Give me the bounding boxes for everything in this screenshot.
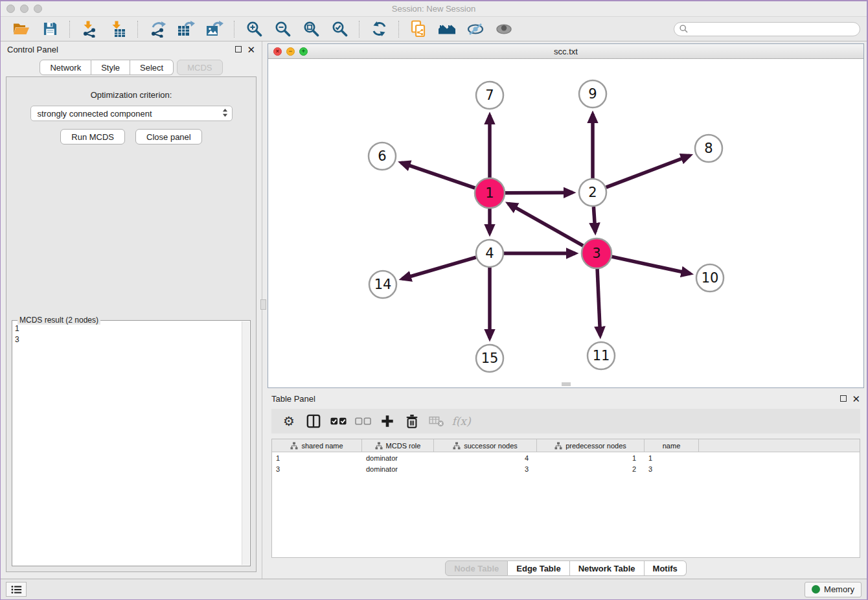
maximize-view-button[interactable]: + — [299, 47, 308, 56]
cell-predecessor-nodes[interactable]: 1 — [537, 454, 645, 462]
attribute-type-icon — [375, 442, 383, 450]
run-mcds-button[interactable]: Run MCDS — [60, 129, 125, 144]
close-view-button[interactable]: × — [273, 47, 282, 56]
result-scrollbar[interactable] — [242, 321, 249, 565]
svg-text:14: 14 — [374, 277, 392, 292]
minimize-view-button[interactable]: − — [286, 47, 295, 56]
select-all-checkboxes-icon[interactable] — [328, 412, 348, 430]
tab-style[interactable]: Style — [91, 60, 130, 75]
add-column-icon[interactable] — [378, 412, 397, 430]
zoom-out-icon[interactable] — [273, 20, 291, 38]
float-panel-icon[interactable] — [235, 46, 242, 52]
dropdown-value: strongly connected component — [38, 109, 152, 119]
network-window-titlebar[interactable]: scc.txt × − + — [268, 44, 863, 59]
home-views-icon[interactable] — [438, 20, 456, 38]
table-tabs: Node Table Edge Table Network Table Moti… — [265, 558, 867, 579]
export-table-icon[interactable] — [177, 20, 195, 38]
svg-text:1: 1 — [485, 185, 494, 201]
save-session-icon[interactable] — [41, 20, 59, 38]
clear-checkboxes-icon[interactable] — [353, 412, 372, 430]
network-canvas[interactable]: 7968124314101511 — [268, 59, 863, 387]
function-builder-icon: f(x) — [451, 412, 471, 430]
float-table-panel-icon[interactable] — [840, 395, 847, 402]
list-icon — [11, 585, 22, 594]
tab-mcds[interactable]: MCDS — [177, 60, 222, 75]
task-history-button[interactable] — [6, 582, 27, 597]
optimization-criterion-dropdown[interactable]: strongly connected component — [30, 106, 233, 121]
tab-edge-table[interactable]: Edge Table — [508, 560, 569, 576]
cell-successor-nodes[interactable]: 3 — [434, 465, 537, 473]
control-panel-title: Control Panel — [7, 45, 58, 54]
app-window: Session: New Session — [0, 0, 868, 600]
svg-text:6: 6 — [378, 148, 386, 164]
cell-successor-nodes[interactable]: 4 — [434, 454, 537, 462]
column-header-successor-nodes[interactable]: successor nodes — [434, 439, 537, 452]
cell-mcds-role[interactable]: dominator — [362, 454, 434, 462]
tab-select[interactable]: Select — [130, 60, 174, 75]
zoom-selected-icon[interactable] — [330, 20, 348, 38]
gear-icon[interactable]: ⚙ — [279, 412, 299, 430]
column-header-predecessor-nodes[interactable]: predecessor nodes — [537, 439, 645, 452]
table-row[interactable]: 3 dominator 3 2 3 — [272, 463, 860, 474]
mcds-panel: Optimization criterion: strongly connect… — [6, 76, 257, 572]
tab-motifs[interactable]: Motifs — [645, 560, 687, 576]
network-view-window: scc.txt × − + 7968124314101511 — [268, 43, 864, 388]
svg-text:4: 4 — [485, 246, 494, 261]
delete-icon[interactable] — [402, 412, 422, 430]
control-panel-tabs: Network Style Select MCDS — [1, 57, 262, 75]
close-table-panel-icon[interactable]: ✕ — [852, 394, 860, 404]
table-toolbar: ⚙ — [271, 409, 860, 433]
column-header-shared-name[interactable]: shared name — [272, 439, 362, 452]
tab-node-table[interactable]: Node Table — [445, 560, 508, 576]
cell-predecessor-nodes[interactable]: 2 — [537, 465, 645, 473]
svg-text:9: 9 — [588, 86, 597, 102]
svg-text:11: 11 — [593, 348, 610, 363]
svg-text:2: 2 — [588, 185, 597, 200]
import-network-icon[interactable] — [80, 20, 98, 38]
toolbar-separator — [398, 21, 399, 38]
mcds-result-list[interactable]: 1 3 — [15, 323, 241, 564]
node-table[interactable]: shared name MCDS role successor nodes — [271, 439, 860, 558]
tab-network[interactable]: Network — [40, 60, 91, 75]
close-panel-button[interactable]: Close panel — [135, 129, 202, 144]
splitter-grip-icon[interactable] — [260, 299, 266, 310]
toolbar-separator — [137, 21, 138, 38]
search-input[interactable] — [691, 25, 854, 34]
tab-network-table[interactable]: Network Table — [570, 560, 645, 576]
open-session-icon[interactable] — [12, 20, 30, 38]
table-header: shared name MCDS role successor nodes — [272, 439, 860, 452]
split-columns-icon[interactable] — [304, 412, 323, 430]
memory-status-icon — [812, 585, 820, 594]
cell-shared-name[interactable]: 1 — [272, 454, 362, 462]
zoom-fit-icon[interactable] — [302, 20, 320, 38]
delete-column-icon — [427, 412, 446, 430]
network-graph[interactable]: 7968124314101511 — [268, 59, 863, 385]
window-title: Session: New Session — [1, 4, 867, 14]
column-header-name[interactable]: name — [645, 439, 699, 452]
import-table-icon[interactable] — [109, 20, 127, 38]
hide-graphics-icon[interactable] — [466, 20, 485, 38]
memory-label: Memory — [824, 584, 854, 594]
refresh-icon[interactable] — [370, 20, 388, 38]
panel-splitter[interactable] — [262, 41, 265, 579]
zoom-in-icon[interactable] — [245, 20, 263, 38]
svg-text:10: 10 — [702, 270, 719, 286]
cell-name[interactable]: 1 — [645, 454, 699, 462]
table-row[interactable]: 1 dominator 4 1 1 — [272, 452, 860, 463]
control-panel: Control Panel ✕ Network Style Select MCD… — [1, 41, 262, 579]
export-network-icon[interactable] — [148, 20, 166, 38]
svg-text:15: 15 — [481, 351, 499, 366]
cell-name[interactable]: 3 — [645, 465, 699, 473]
cell-mcds-role[interactable]: dominator — [362, 465, 434, 473]
cell-shared-name[interactable]: 3 — [272, 465, 362, 473]
search-field[interactable] — [674, 22, 860, 36]
optimization-criterion-label: Optimization criterion: — [91, 90, 172, 100]
show-graphics-icon[interactable] — [495, 20, 513, 38]
column-header-mcds-role[interactable]: MCDS role — [362, 439, 434, 452]
memory-button[interactable]: Memory — [805, 582, 862, 597]
mcds-result-value: 3 — [15, 334, 241, 345]
export-image-icon[interactable] — [205, 20, 223, 38]
canvas-grip-icon[interactable] — [562, 382, 571, 386]
close-panel-icon[interactable]: ✕ — [247, 45, 255, 54]
copy-view-icon[interactable] — [409, 20, 428, 38]
